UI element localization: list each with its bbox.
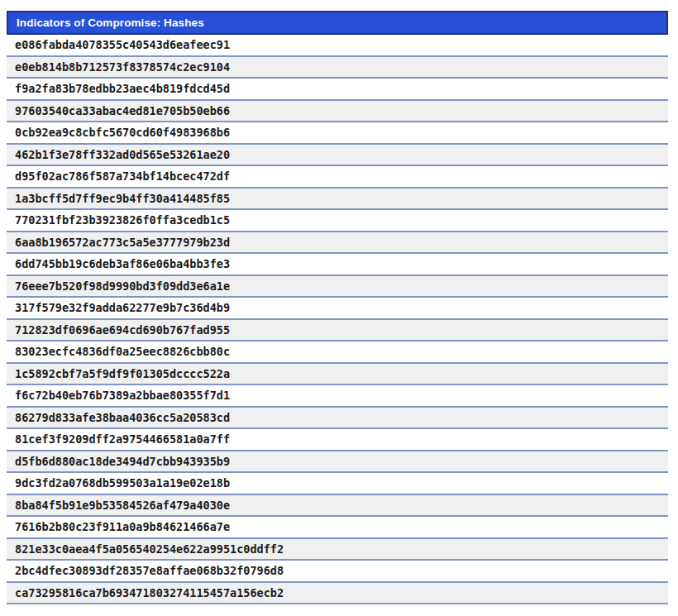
table-row-hash: 0cb92ea9c8cbfc5670cd60f4983968b6	[7, 122, 668, 145]
page: Indicators of Compromise: Hashes e086fab…	[0, 0, 678, 616]
table-row-hash: f9a2fa83b78edbb23aec4b819fdcd45d	[7, 79, 668, 101]
table-row-hash: d95f02ac786f587a734bf14bcec472df	[7, 166, 668, 189]
table-row-hash: 83023ecfc4836df0a25eec8826cbb80c	[7, 341, 668, 364]
table-row-hash: 462b1f3e78ff332ad0d565e53261ae20	[7, 145, 668, 167]
table-title: Indicators of Compromise: Hashes	[7, 11, 668, 35]
table-row-hash: d5fb6d880ac18de3494d7cbb943935b9	[7, 451, 668, 474]
table-row-hash: 1a3bcff5d7ff9ec9b4ff30a414485f85	[7, 189, 668, 211]
table-row-hash: 7616b2b80c23f911a0a9b84621466a7e	[7, 517, 668, 539]
table-row-hash: 6dd745bb19c6deb3af86e06ba4bb3fe3	[7, 254, 668, 276]
table-row-hash: 770231fbf23b3923826f0ffa3cedb1c5	[7, 210, 668, 232]
table-row-hash: 712823df0696ae694cd690b767fad955	[7, 320, 668, 342]
table-row-hash: f6c72b40eb76b7389a2bbae80355f7d1	[7, 385, 668, 408]
table-row-hash: 9dc3fd2a0768db599503a1a19e02e18b	[7, 473, 668, 495]
table-body: e086fabda4078355c40543d6eafeec91e0eb814b…	[7, 35, 668, 604]
table-row-hash: 76eee7b520f98d9990bd3f09dd3e6a1e	[7, 276, 668, 298]
ioc-hashes-table: Indicators of Compromise: Hashes e086fab…	[7, 11, 668, 604]
table-row-hash: 81cef3f9209dff2a9754466581a0a7ff	[7, 429, 668, 451]
table-row-hash: 821e33c0aea4f5a056540254e622a9951c0ddff2	[7, 539, 668, 561]
table-row-hash: 6aa8b196572ac773c5a5e3777979b23d	[7, 232, 668, 255]
table-row-hash: 8ba84f5b91e9b53584526af479a4030e	[7, 495, 668, 518]
table-row-hash: e0eb814b8b712573f8378574c2ec9104	[7, 57, 668, 79]
table-row-hash: 97603540ca33abac4ed81e705b50eb66	[7, 101, 668, 123]
table-row-hash: 86279d833afe38baa4036cc5a20583cd	[7, 408, 668, 430]
table-row-hash: 2bc4dfec30893df28357e8affae068b32f0796d8	[7, 561, 668, 583]
table-row-hash: 317f579e32f9adda62277e9b7c36d4b9	[7, 298, 668, 320]
table-row-hash: e086fabda4078355c40543d6eafeec91	[7, 35, 668, 57]
table-row-hash: 1c5892cbf7a5f9df9f01305dcccc522a	[7, 364, 668, 386]
table-row-hash: ca73295816ca7b693471803274115457a156ecb2	[7, 583, 668, 605]
